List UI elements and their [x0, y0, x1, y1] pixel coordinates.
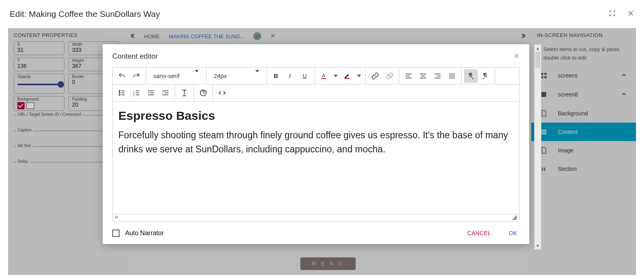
svg-text:B: B	[274, 72, 278, 79]
highlight-dropdown[interactable]	[355, 69, 363, 83]
rtl-button[interactable]	[479, 69, 492, 83]
navigation-hint: Select items to cut, copy & paste, doubl…	[531, 43, 636, 66]
resize-handle[interactable]	[512, 215, 517, 220]
svg-rect-2	[541, 76, 543, 78]
navigation-panel: IN-SCREEN NAVIGATION Select items to cut…	[531, 28, 636, 275]
nav-label: Image	[555, 147, 574, 154]
tab-close-icon[interactable]	[270, 33, 276, 40]
tabstrip-prev-icon[interactable]	[129, 33, 135, 40]
help-button[interactable]	[196, 86, 210, 100]
tab-current[interactable]: MAKING COFFEE THE SUND...	[169, 33, 244, 39]
cancel-button[interactable]: CANCEL	[467, 230, 491, 236]
nav-item-screens[interactable]: screens	[531, 66, 636, 85]
editor-content[interactable]: Espresso Basics Forcefully shooting stea…	[112, 102, 520, 214]
svg-rect-6	[541, 131, 547, 132]
nav-item-screen8[interactable]: screen8	[531, 85, 636, 104]
align-justify-button[interactable]	[445, 69, 459, 83]
background-checkbox[interactable]	[17, 102, 25, 109]
modal-close-button[interactable]	[513, 53, 520, 61]
svg-rect-4	[541, 92, 546, 97]
align-left-button[interactable]	[402, 69, 415, 83]
svg-text:U: U	[303, 73, 307, 79]
code-view-button[interactable]	[215, 86, 229, 100]
auto-narrator-label: Auto Narrator	[125, 230, 164, 237]
y-field[interactable]: Y136	[14, 57, 64, 71]
svg-point-22	[203, 94, 203, 95]
tabstrip: HOME MAKING COFFEE THE SUND...	[125, 28, 531, 44]
tab-home[interactable]: HOME	[144, 33, 160, 39]
tab-status-ok-icon	[253, 32, 261, 40]
clear-formatting-button[interactable]	[178, 86, 191, 100]
auto-narrator-checkbox[interactable]	[112, 230, 120, 237]
text-color-dropdown[interactable]	[332, 69, 340, 83]
nav-item-content[interactable]: Content	[531, 123, 636, 141]
text-color-button[interactable]: A	[317, 69, 331, 83]
underline-button[interactable]: U	[298, 69, 312, 83]
scroll-thumb[interactable]	[535, 52, 540, 68]
italic-button[interactable]: I	[284, 69, 297, 83]
nav-label: Section	[555, 166, 577, 172]
content-heading[interactable]: Espresso Basics	[118, 109, 514, 123]
url-label: URL / Target Screen ID / Command	[16, 112, 83, 117]
page-title: Edit: Making Coffee the SunDollars Way	[10, 9, 160, 19]
indent-button[interactable]	[159, 86, 172, 100]
unlink-button[interactable]	[383, 69, 396, 83]
modal-title: Content editor	[112, 52, 158, 61]
align-right-button[interactable]	[431, 69, 444, 83]
font-size-select[interactable]: 24px	[209, 72, 264, 79]
nav-item-image[interactable]: Image	[531, 141, 636, 160]
ltr-button[interactable]	[464, 69, 478, 83]
app-header: Edit: Making Coffee the SunDollars Way	[0, 0, 644, 28]
undo-button[interactable]	[115, 69, 129, 83]
chevron-down-icon	[195, 70, 199, 79]
bold-button[interactable]: B	[269, 69, 283, 83]
svg-rect-13	[321, 78, 326, 79]
font-family-select[interactable]: sans-serif	[149, 72, 204, 79]
outdent-button[interactable]	[144, 86, 158, 100]
modal-scrollbar[interactable]: ▲ ▼	[534, 44, 541, 250]
bullet-list-button[interactable]	[115, 86, 129, 100]
caption-label: Caption	[16, 128, 33, 132]
highlight-button[interactable]	[341, 69, 354, 83]
svg-rect-14	[345, 78, 349, 79]
font-size-value: 24px	[214, 72, 227, 79]
svg-text:A: A	[322, 73, 325, 78]
svg-text:H: H	[541, 166, 546, 172]
svg-text:I: I	[289, 73, 291, 79]
close-icon[interactable]	[627, 10, 634, 18]
editor-status-bar: P	[112, 214, 520, 222]
scroll-down-icon[interactable]: ▼	[535, 242, 541, 249]
redo-button[interactable]	[130, 69, 143, 83]
x-field[interactable]: X31	[14, 41, 64, 55]
chevron-down-icon	[255, 70, 259, 79]
chevron-down-icon	[357, 75, 361, 77]
background-field[interactable]: Background	[14, 96, 64, 111]
content-editor-modal: ▲ ▼ Content editor sans-serif 24px B I U	[103, 44, 529, 244]
link-button[interactable]	[368, 69, 382, 83]
ordered-list-button[interactable]: 123	[130, 86, 143, 100]
chevron-up-icon	[621, 72, 627, 80]
fullscreen-icon[interactable]	[609, 10, 616, 18]
nav-label: screens	[555, 72, 578, 79]
chevron-down-icon	[334, 75, 338, 77]
nav-label: Background	[555, 110, 588, 117]
properties-panel-title: CONTENT PROPERTIES	[14, 32, 119, 38]
svg-rect-1	[545, 73, 547, 75]
editor-path: P	[115, 215, 118, 220]
ok-button[interactable]: OK	[509, 230, 517, 236]
font-family-value: sans-serif	[153, 72, 180, 79]
content-paragraph[interactable]: Forcefully shooting steam through finely…	[118, 128, 514, 156]
opacity-slider-knob[interactable]	[58, 81, 64, 88]
align-center-button[interactable]	[416, 69, 430, 83]
nav-item-background[interactable]: Background	[531, 104, 636, 123]
scroll-up-icon[interactable]: ▲	[535, 45, 541, 52]
canvas-menu-button[interactable]: M E N U	[300, 257, 356, 270]
background-swatch[interactable]	[26, 103, 34, 109]
navigation-panel-title: IN-SCREEN NAVIGATION	[531, 28, 636, 40]
svg-rect-5	[541, 129, 547, 130]
opacity-field[interactable]: Opacity	[14, 74, 64, 94]
nav-item-section[interactable]: H Section	[531, 160, 636, 178]
alt-text-label: Alt Text	[16, 144, 33, 148]
tabstrip-next-icon[interactable]	[521, 33, 527, 40]
svg-text:3: 3	[133, 94, 134, 96]
